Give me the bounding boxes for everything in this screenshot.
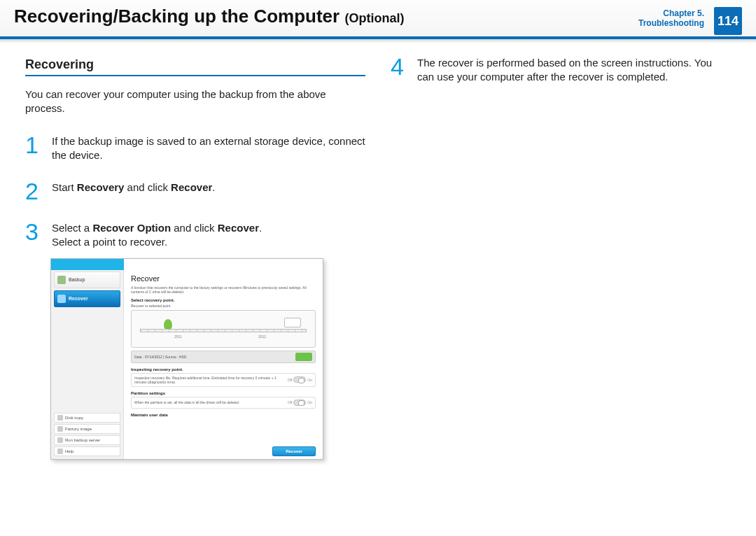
step-number: 3 [25,220,43,250]
page-header: Recovering/Backing up the Computer (Opti… [0,0,756,39]
recovery-timeline[interactable]: 2011 2012 [136,315,311,343]
recovery-info-text: Date : 07/14/2012 | Source : HDD [134,355,187,359]
timeline-year-right: 2012 [258,334,266,339]
partition-label: Partition settings [131,391,316,395]
help-icon [57,449,63,454]
inspect-row: Inspection recovery file. Requires addit… [131,373,316,387]
backup-icon [57,276,66,284]
timeline-card-icon [284,318,301,327]
recovery-timeline-panel: 2011 2012 [131,310,316,348]
embedded-screenshot: Backup Recover Disk copy Factory image R… [50,258,323,460]
sidebar-item-factory-image[interactable]: Factory image [54,424,120,434]
inspect-text: Inspection recovery file. Requires addit… [134,376,288,384]
chapter-line2: Troubleshooting [638,18,704,28]
app-sidebar: Backup Recover Disk copy Factory image R… [51,259,124,459]
title-main: Recovering/Backing up the Computer [14,6,340,27]
select-recovery-point-label: Select recovery point. [131,298,316,302]
server-icon [57,437,63,443]
recovery-info-row: Date : 07/14/2012 | Source : HDD [131,351,316,363]
timeline-track [140,329,307,332]
partition-toggle[interactable]: OffOn [288,400,312,406]
info-action-button[interactable] [295,353,312,361]
panel-description: A function that recovers the computer to… [131,285,316,294]
chapter-line1: Chapter 5. [638,8,704,18]
step-number: 4 [391,55,409,85]
page-title: Recovering/Backing up the Computer (Opti… [14,6,404,27]
content-columns: Recovering You can recover your computer… [0,43,756,460]
sidebar-item-recover[interactable]: Recover [54,290,120,307]
panel-title: Recover [131,274,316,283]
step-body: If the backup image is saved to an exter… [52,133,365,163]
step-3: 3 Select a Recover Option and click Reco… [25,220,365,250]
inspect-toggle[interactable]: OffOn [288,376,312,383]
page-number-badge: 114 [714,7,742,35]
sidebar-item-disk-copy[interactable]: Disk copy [54,413,120,423]
recover-button-row: Recover [272,446,316,456]
timeline-year-left: 2011 [174,334,182,339]
section-intro: You can recover your computer using the … [25,87,365,116]
select-recovery-point-sub: Recover to selected point. [131,304,316,308]
partition-text: When the partition is set, all the data … [134,400,239,404]
step-2: 2 Start Recovery and click Recover. [25,179,365,203]
factory-icon [57,426,63,432]
header-right: Chapter 5. Troubleshooting 114 [638,6,742,35]
disk-icon [57,415,63,421]
step-4: 4 The recover is performed based on the … [391,55,731,85]
partition-row: When the partition is set, all the data … [131,397,316,409]
recover-icon [57,295,66,303]
inspect-label: Inspecting recovery point. [131,367,316,372]
left-column: Recovering You can recover your computer… [25,57,365,460]
chapter-label: Chapter 5. Troubleshooting [638,8,704,29]
step-body: The recover is performed based on the sc… [417,55,731,85]
right-column: 4 The recover is performed based on the … [391,57,731,460]
sidebar-item-help[interactable]: Help [54,446,120,456]
step-body: Select a Recover Option and click Recove… [52,220,262,250]
step-number: 2 [25,179,43,203]
title-suffix: (Optional) [344,11,404,25]
step-1: 1 If the backup image is saved to an ext… [25,133,365,163]
maintain-label: Maintain user data [131,413,316,417]
step-number: 1 [25,133,43,163]
app-main-panel: Recover A function that recovers the com… [124,259,323,459]
step-body: Start Recovery and click Recover. [52,179,215,203]
section-title: Recovering [25,57,365,76]
recover-button[interactable]: Recover [272,446,316,456]
sidebar-item-backup[interactable]: Backup [54,271,120,288]
sidebar-item-run-backup-server[interactable]: Run backup server [54,435,120,445]
